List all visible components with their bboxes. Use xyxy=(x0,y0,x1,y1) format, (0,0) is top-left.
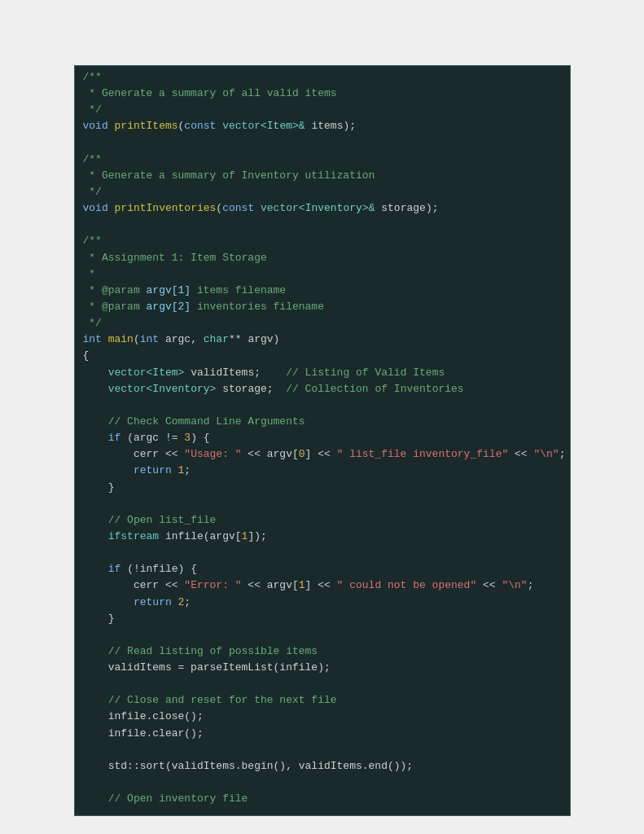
code-line xyxy=(83,397,562,414)
code-line: return 2; xyxy=(83,595,562,611)
code-line: } xyxy=(83,611,562,627)
code-line: // Close and reset for the next file xyxy=(83,692,562,709)
code-line: /** xyxy=(83,69,562,86)
code-line xyxy=(83,775,562,791)
code-line: vector<Item> validItems; // Listing of V… xyxy=(83,365,562,381)
code-line: if (!infile) { xyxy=(83,561,562,577)
code-line: infile.clear(); xyxy=(83,726,562,742)
code-line: */ xyxy=(83,315,562,331)
code-line xyxy=(83,496,562,512)
code-line: void printItems(const vector<Item>& item… xyxy=(83,118,562,134)
code-line: * Generate a summary of all valid items xyxy=(83,86,562,102)
code-line: // Open list_file xyxy=(83,512,562,529)
code-line: * @param argv[2] inventories filename xyxy=(83,299,562,315)
code-line: * Assignment 1: Item Storage xyxy=(83,250,562,266)
code-line: * Generate a summary of Inventory utiliz… xyxy=(83,168,562,184)
code-line: /** xyxy=(83,151,562,168)
code-line xyxy=(83,742,562,758)
code-line: // Check Command Line Arguments xyxy=(83,414,562,430)
code-line: cerr << "Error: " << argv[1] << " could … xyxy=(83,577,562,594)
code-line: return 1; xyxy=(83,463,562,479)
code-line: */ xyxy=(83,102,562,118)
code-line xyxy=(83,217,562,233)
code-line: int main(int argc, char** argv) xyxy=(83,331,562,348)
code-line: // Read listing of possible items xyxy=(83,643,562,660)
code-line: // Open inventory file xyxy=(83,791,562,807)
code-content: /** * Generate a summary of all valid it… xyxy=(75,66,570,815)
code-line xyxy=(83,545,562,561)
code-line xyxy=(83,676,562,692)
code-line: void printInventories(const vector<Inven… xyxy=(83,200,562,217)
code-line xyxy=(83,627,562,643)
code-line: * xyxy=(83,266,562,283)
code-line: validItems = parseItemList(infile); xyxy=(83,660,562,676)
code-line: /** xyxy=(83,233,562,249)
code-line xyxy=(83,135,562,151)
code-line: vector<Inventory> storage; // Collection… xyxy=(83,381,562,397)
code-line: * @param argv[1] items filename xyxy=(83,283,562,299)
code-line: if (argc != 3) { xyxy=(83,430,562,446)
code-editor: /** * Generate a summary of all valid it… xyxy=(74,65,571,816)
code-line: ifstream infile(argv[1]); xyxy=(83,529,562,545)
code-line: } xyxy=(83,480,562,496)
code-line: { xyxy=(83,348,562,364)
code-line: infile.close(); xyxy=(83,709,562,725)
code-line: */ xyxy=(83,184,562,200)
code-line: cerr << "Usage: " << argv[0] << " list_f… xyxy=(83,446,562,463)
code-line: std::sort(validItems.begin(), validItems… xyxy=(83,758,562,775)
